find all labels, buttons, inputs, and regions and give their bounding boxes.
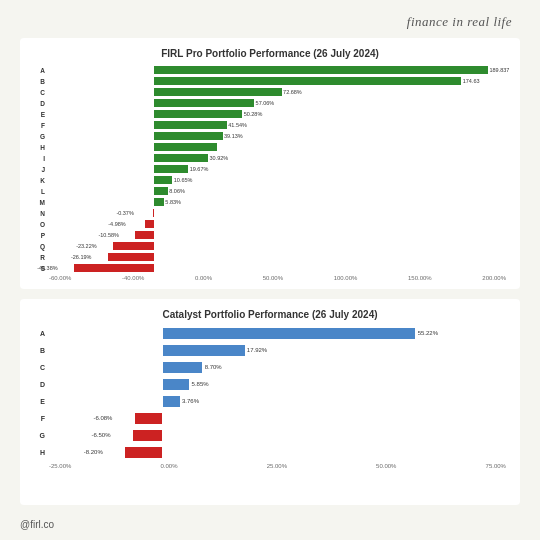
chart1-bar-value: 39.13% bbox=[224, 133, 243, 139]
chart1-bar-area: 39.13% bbox=[48, 131, 506, 141]
chart2-bar bbox=[163, 379, 190, 390]
chart2-axis-label: 50.00% bbox=[376, 463, 396, 469]
chart2-bar-row: D5.85% bbox=[34, 377, 506, 391]
chart2-bar-value: 55.22% bbox=[418, 330, 438, 336]
chart1-bar-label: G bbox=[34, 133, 48, 140]
chart2-bar-row: B17.92% bbox=[34, 343, 506, 357]
chart2-bar-area: 3.76% bbox=[48, 394, 506, 408]
chart1-bar-value: -0.37% bbox=[116, 210, 133, 216]
chart1-bar bbox=[154, 143, 217, 151]
chart1-bar-area: 174.63 bbox=[48, 76, 506, 86]
chart1-bar-row: K10.65% bbox=[34, 175, 506, 185]
chart1-bar-value: 10.65% bbox=[174, 177, 193, 183]
chart2-bar-value: -6.50% bbox=[92, 432, 111, 438]
chart1-bar-area bbox=[48, 142, 506, 152]
chart1-bar-area: -23.22% bbox=[48, 241, 506, 251]
chart1-bar-label: M bbox=[34, 199, 48, 206]
chart2-section: Catalyst Portfolio Performance (26 July … bbox=[20, 299, 520, 505]
chart1-bar bbox=[154, 77, 462, 85]
chart1-bar-label: N bbox=[34, 210, 48, 217]
chart2-bar bbox=[163, 345, 245, 356]
chart1-bar-area: -45.38% bbox=[48, 263, 506, 273]
chart1-bar-label: R bbox=[34, 254, 48, 261]
chart1-bar-label: E bbox=[34, 111, 48, 118]
chart1-bar-area: 30.92% bbox=[48, 153, 506, 163]
chart2-bar-area: -8.20% bbox=[48, 445, 506, 459]
chart1-bar-value: -23.22% bbox=[76, 243, 97, 249]
chart1-bar-area: -10.58% bbox=[48, 230, 506, 240]
chart2-bar-row: E3.76% bbox=[34, 394, 506, 408]
chart2-axis: -25.00%0.00%25.00%50.00%75.00% bbox=[49, 463, 506, 469]
chart1-bar-label: L bbox=[34, 188, 48, 195]
chart2-bar-label: F bbox=[34, 415, 48, 422]
chart1-section: FIRL Pro Portfolio Performance (26 July … bbox=[20, 38, 520, 289]
chart2-bar-area: 8.70% bbox=[48, 360, 506, 374]
chart1-bar-label: I bbox=[34, 155, 48, 162]
chart1-bar-value: -10.58% bbox=[98, 232, 119, 238]
chart2-bar bbox=[163, 328, 416, 339]
chart1-bar bbox=[154, 165, 189, 173]
chart2-bar-value: -6.08% bbox=[93, 415, 112, 421]
chart1-bars: A189.837B174.63C72.68%D57.06%E50.28%F41.… bbox=[34, 65, 506, 273]
chart2-title: Catalyst Portfolio Performance (26 July … bbox=[34, 309, 506, 320]
chart1-bar-label: J bbox=[34, 166, 48, 173]
chart1-bar-label: H bbox=[34, 144, 48, 151]
chart1-bar-value: 41.54% bbox=[228, 122, 247, 128]
chart2-bar-value: 8.70% bbox=[205, 364, 222, 370]
chart1-axis-label: -60.00% bbox=[49, 275, 71, 281]
chart2-bar-label: H bbox=[34, 449, 48, 456]
chart1-bar-value: 8.06% bbox=[169, 188, 185, 194]
chart2-bar-row: H-8.20% bbox=[34, 445, 506, 459]
chart1-bar-row: A189.837 bbox=[34, 65, 506, 75]
chart1-bar bbox=[154, 121, 227, 129]
chart1-bar-value: 57.06% bbox=[256, 100, 275, 106]
chart1-bar bbox=[153, 209, 154, 217]
chart1-bar-label: F bbox=[34, 122, 48, 129]
chart2-bar-label: A bbox=[34, 330, 48, 337]
chart1-bar-row: F41.54% bbox=[34, 120, 506, 130]
chart2-bar-label: C bbox=[34, 364, 48, 371]
chart2-axis-label: -25.00% bbox=[49, 463, 71, 469]
chart1-bar-row: E50.28% bbox=[34, 109, 506, 119]
chart1-bar-value: -26.19% bbox=[71, 254, 92, 260]
chart2-bar-label: E bbox=[34, 398, 48, 405]
chart2-bar-label: B bbox=[34, 347, 48, 354]
chart1-bar-area: -0.37% bbox=[48, 208, 506, 218]
chart1-bar bbox=[74, 264, 154, 272]
chart1-bar-area: 50.28% bbox=[48, 109, 506, 119]
chart1-bar bbox=[154, 198, 164, 206]
chart1-bar-area: 57.06% bbox=[48, 98, 506, 108]
chart2-bar bbox=[133, 430, 163, 441]
chart1-bar-row: I30.92% bbox=[34, 153, 506, 163]
chart1-bar-row: S-45.38% bbox=[34, 263, 506, 273]
chart2-bar-row: C8.70% bbox=[34, 360, 506, 374]
chart1-bar-value: 30.92% bbox=[210, 155, 229, 161]
chart1-bar-value: 19.67% bbox=[190, 166, 209, 172]
chart1-bar-value: 174.63 bbox=[463, 78, 480, 84]
chart1-bar-area: 8.06% bbox=[48, 186, 506, 196]
chart2-axis-label: 75.00% bbox=[486, 463, 506, 469]
chart2-bar-value: -8.20% bbox=[84, 449, 103, 455]
chart1-bar-label: Q bbox=[34, 243, 48, 250]
chart1-bar-row: Q-23.22% bbox=[34, 241, 506, 251]
chart1-bar-row: L8.06% bbox=[34, 186, 506, 196]
header-title: finance in real life bbox=[20, 10, 520, 38]
chart1-bar bbox=[108, 253, 154, 261]
chart2-bar-area: 55.22% bbox=[48, 326, 506, 340]
chart1-title: FIRL Pro Portfolio Performance (26 July … bbox=[34, 48, 506, 59]
chart1-bar-row: B174.63 bbox=[34, 76, 506, 86]
chart1-axis: -60.00%-40.00%0.00%50.00%100.00%150.00%2… bbox=[49, 275, 506, 281]
chart1-bar-label: O bbox=[34, 221, 48, 228]
chart1-bar bbox=[154, 110, 243, 118]
chart1-bar bbox=[154, 66, 488, 74]
chart1-bar-value: 5.83% bbox=[165, 199, 181, 205]
chart1-bar-row: C72.68% bbox=[34, 87, 506, 97]
chart2-bar-area: -6.08% bbox=[48, 411, 506, 425]
chart1-bar-area: 5.83% bbox=[48, 197, 506, 207]
chart2-axis-label: 25.00% bbox=[267, 463, 287, 469]
chart2-bar-area: 5.85% bbox=[48, 377, 506, 391]
chart1-bar-value: 189.837 bbox=[489, 67, 509, 73]
chart1-bar-area: 10.65% bbox=[48, 175, 506, 185]
chart1-bar-value: -45.38% bbox=[37, 265, 58, 271]
chart1-wrapper: A189.837B174.63C72.68%D57.06%E50.28%F41.… bbox=[34, 65, 506, 281]
